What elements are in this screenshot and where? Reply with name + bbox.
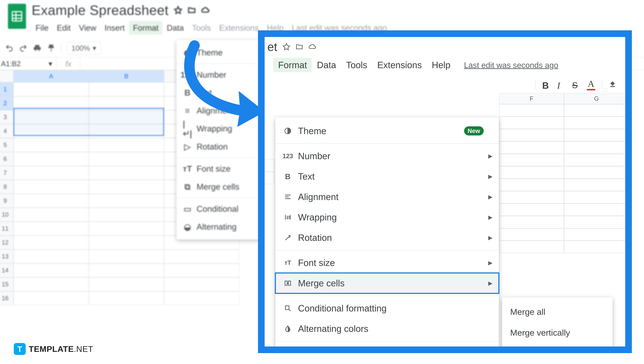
move-folder-icon[interactable] [296,43,303,51]
row-header-9[interactable]: 9 [0,194,14,208]
menu-item-clear-formatting[interactable]: Clear formatting Ctrl+\ [275,344,499,353]
cell[interactable] [499,191,564,204]
menu-item-alternating[interactable]: Alternating colors [275,318,499,339]
cell[interactable] [14,236,89,250]
strikethrough-button[interactable]: S [572,80,580,88]
submenu-merge-vertically[interactable]: Merge vertically [502,322,612,343]
row-header-14[interactable]: 14 [0,264,14,278]
document-title[interactable]: Example Spreadsheet [32,2,168,18]
cell[interactable] [14,82,89,96]
bg-menu-merge[interactable]: ⧉Merge cells [176,178,264,196]
menu-format[interactable]: Format [274,58,312,72]
cell[interactable] [564,142,629,154]
menu-tools[interactable]: Tools [341,58,372,72]
row-header-12[interactable]: 12 [0,236,14,250]
row-header-13[interactable]: 13 [0,250,14,264]
menu-item-number[interactable]: 123 Number ▶ [275,146,499,166]
cloud-status-icon[interactable] [201,6,210,15]
bold-button[interactable]: B [542,80,550,88]
cell[interactable] [14,208,89,222]
cloud-status-icon[interactable] [308,43,316,51]
cell[interactable] [499,142,564,154]
bg-menu-rotation[interactable]: ▷Rotation [176,138,264,156]
bg-menu-alternating[interactable]: ◒Alternating [176,218,264,236]
cell[interactable] [499,228,564,241]
bg-menu-wrapping[interactable]: |↵|Wrapping [176,120,264,138]
cell[interactable] [89,138,164,152]
cell[interactable] [499,116,564,129]
menu-tools[interactable]: Tools [188,21,215,34]
row-header-4[interactable]: 4 [0,124,14,138]
cell[interactable] [564,241,629,253]
print-icon[interactable] [33,44,42,52]
menu-item-text[interactable]: B Text ▶ [275,166,499,186]
row-header-6[interactable]: 6 [0,152,14,166]
select-all-corner[interactable] [0,70,14,82]
menu-item-rotation[interactable]: Rotation ▶ [275,228,499,248]
cell[interactable] [89,278,164,291]
menu-item-merge-cells[interactable]: Merge cells ▶ [275,273,499,294]
bg-menu-alignment[interactable]: ≡Alignment [176,102,264,120]
text-color-button[interactable]: A [587,78,595,90]
bg-menu-number[interactable]: 123Number [176,66,264,84]
cell[interactable] [499,204,564,216]
cell[interactable] [89,82,164,96]
star-icon[interactable] [174,6,182,15]
menu-item-wrapping[interactable]: Wrapping ▶ [275,207,499,228]
col-header-g[interactable]: G [564,93,629,104]
menu-item-theme[interactable]: Theme New [275,121,499,141]
cell[interactable] [564,104,629,116]
row-header-3[interactable]: 3 [0,110,14,124]
last-edit-link[interactable]: Last edit was seconds ago [464,60,558,70]
menu-item-fontsize[interactable]: тT Font size ▶ [275,252,499,273]
cell[interactable] [164,278,239,291]
cell[interactable] [164,264,239,278]
cell[interactable] [564,178,629,191]
menu-view[interactable]: View [75,21,100,34]
bg-menu-fontsize[interactable]: тTFont size [176,160,264,178]
cell[interactable] [14,264,89,278]
row-header-16[interactable]: 16 [0,291,14,305]
cell[interactable] [14,250,89,264]
cell[interactable] [499,166,564,178]
cell[interactable] [164,250,239,264]
fill-color-button[interactable] [609,80,617,88]
redo-icon[interactable] [19,44,28,52]
cell[interactable] [564,228,629,241]
cell[interactable] [264,159,274,172]
menu-data[interactable]: Data [163,21,188,34]
col-header-f[interactable]: F [499,93,564,104]
cell[interactable] [89,180,164,194]
cell[interactable] [264,172,274,184]
row-header-5[interactable]: 5 [0,138,14,152]
cell[interactable] [14,278,89,291]
cell[interactable] [89,264,164,278]
menu-extensions[interactable]: Extensions [373,58,426,72]
cell[interactable] [499,178,564,191]
cell[interactable] [499,154,564,166]
menu-extensions[interactable]: Extensions [215,21,262,34]
cell[interactable] [499,216,564,228]
cell[interactable] [564,116,629,129]
row-header-7[interactable]: 7 [0,166,14,180]
italic-button[interactable]: I [557,80,565,88]
menu-help[interactable]: Help [427,58,455,72]
cell[interactable] [499,104,564,116]
row-header-8[interactable]: 8 [0,180,14,194]
bg-menu-theme[interactable]: ◐Theme [176,44,264,62]
cell[interactable] [564,204,629,216]
menu-data[interactable]: Data [312,58,341,72]
col-header-a[interactable]: A [14,70,89,82]
cell[interactable] [564,166,629,178]
cell[interactable] [564,191,629,204]
cell[interactable] [14,180,89,194]
cell[interactable] [89,152,164,166]
cell[interactable] [89,250,164,264]
move-folder-icon[interactable] [188,6,196,15]
cell[interactable] [89,236,164,250]
cell[interactable] [564,216,629,228]
submenu-merge-horizontally[interactable]: Merge horizontally [502,343,612,353]
row-header-11[interactable]: 11 [0,222,14,236]
cell[interactable] [89,291,164,305]
cell[interactable] [14,166,89,180]
